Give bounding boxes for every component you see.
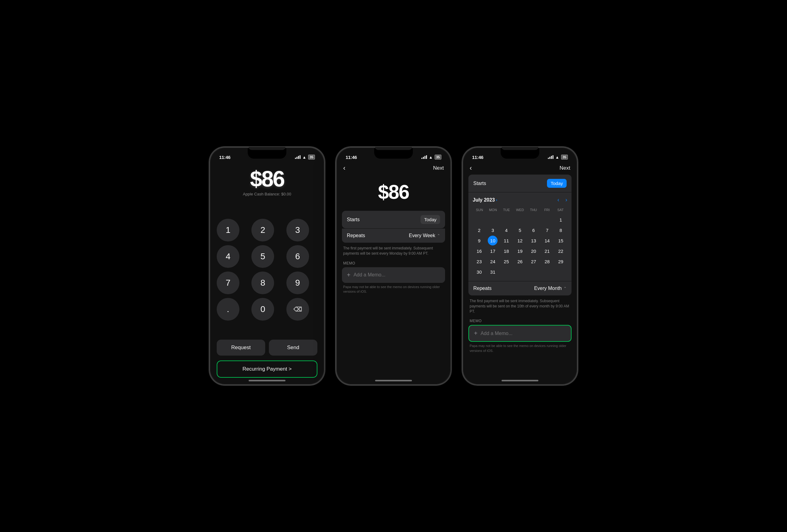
key-0[interactable]: 0 bbox=[251, 298, 274, 320]
calendar-day[interactable]: 7 bbox=[543, 225, 552, 235]
starts-row-2: Starts Today bbox=[342, 211, 445, 228]
key-5[interactable]: 5 bbox=[251, 245, 274, 268]
recurring-screen-3: ‹ Next Starts Today Jul bbox=[464, 162, 576, 384]
calendar-day[interactable]: 28 bbox=[543, 257, 552, 266]
key-9[interactable]: 9 bbox=[286, 271, 309, 294]
status-time-2: 11:46 bbox=[346, 155, 357, 160]
calendar-day[interactable]: 11 bbox=[502, 236, 511, 245]
memo-label-3: MEMO bbox=[468, 319, 572, 325]
key-delete[interactable]: ⌫ bbox=[286, 298, 309, 320]
next-button-3[interactable]: Next bbox=[559, 165, 570, 171]
battery-1: 35 bbox=[308, 155, 315, 159]
calendar-prev-button[interactable]: ‹ bbox=[557, 197, 559, 203]
key-1[interactable]: 1 bbox=[217, 219, 239, 241]
starts-today-badge-2[interactable]: Today bbox=[421, 215, 440, 224]
calendar-section: July 2023 › ‹ › SUN MON bbox=[468, 192, 572, 281]
recurring-payment-button[interactable]: Recurring Payment > bbox=[217, 360, 317, 378]
calendar-next-button[interactable]: › bbox=[566, 197, 567, 203]
calendar-day[interactable]: 14 bbox=[543, 236, 552, 245]
cal-header-sun: SUN bbox=[473, 207, 486, 213]
key-3[interactable]: 3 bbox=[286, 219, 309, 241]
calendar-day[interactable]: 31 bbox=[488, 267, 497, 277]
repeats-row-3: Repeats Every Month ⌃ bbox=[468, 281, 572, 295]
key-dot[interactable]: . bbox=[217, 298, 239, 320]
wifi-icon-2: ▲ bbox=[429, 155, 433, 159]
calendar-day[interactable]: 25 bbox=[502, 257, 511, 266]
calendar-day[interactable]: 27 bbox=[529, 257, 538, 266]
memo-note-3: Papa may not be able to see the memo on … bbox=[468, 342, 572, 355]
back-button-3[interactable]: ‹ bbox=[470, 164, 479, 172]
calendar-day[interactable]: 2 bbox=[474, 225, 484, 235]
calendar-day[interactable]: 16 bbox=[474, 246, 484, 256]
calendar-day[interactable]: 15 bbox=[556, 236, 566, 245]
phone-1: 11:46 ▲ 35 $86 bbox=[209, 146, 325, 386]
calendar-day[interactable]: 1 bbox=[556, 215, 566, 225]
nav-bar-2: ‹ Next bbox=[337, 162, 450, 175]
send-button[interactable]: Send bbox=[269, 340, 317, 356]
memo-plus-icon-3: + bbox=[474, 330, 477, 337]
calendar-day[interactable]: 26 bbox=[515, 257, 525, 266]
nav-bar-3: ‹ Next bbox=[464, 162, 576, 175]
info-text-2: The first payment will be sent immediate… bbox=[342, 243, 445, 261]
status-icons-1: ▲ 35 bbox=[295, 155, 315, 159]
key-2[interactable]: 2 bbox=[251, 219, 274, 241]
calendar-day[interactable]: 10 bbox=[488, 236, 497, 245]
amount-section-2: $86 bbox=[337, 175, 450, 211]
key-4[interactable]: 4 bbox=[217, 245, 239, 268]
calendar-day[interactable]: 24 bbox=[488, 257, 497, 266]
amount-display-1: $86 Apple Cash Balance: $0.00 bbox=[217, 162, 317, 199]
status-time-1: 11:46 bbox=[219, 155, 231, 160]
battery-2: 35 bbox=[434, 155, 441, 159]
calendar-day[interactable]: 6 bbox=[529, 225, 538, 235]
cal-header-wed: WED bbox=[513, 207, 527, 213]
calendar-day bbox=[488, 215, 497, 225]
battery-3: 35 bbox=[561, 155, 568, 159]
calendar-day[interactable]: 29 bbox=[556, 257, 566, 266]
calendar-day[interactable]: 9 bbox=[474, 236, 484, 245]
calendar-day[interactable]: 23 bbox=[474, 257, 484, 266]
memo-placeholder-2: Add a Memo... bbox=[354, 272, 385, 278]
key-8[interactable]: 8 bbox=[251, 271, 274, 294]
keypad-grid: 1 2 3 4 5 6 7 8 9 . 0 ⌫ bbox=[217, 199, 317, 340]
cal-header-tue: TUE bbox=[500, 207, 513, 213]
wifi-icon-1: ▲ bbox=[302, 155, 306, 159]
memo-input-3[interactable]: + Add a Memo... bbox=[468, 325, 572, 342]
starts-row-3: Starts Today bbox=[468, 175, 572, 192]
cal-header-thu: THU bbox=[527, 207, 540, 213]
calendar-day[interactable]: 21 bbox=[543, 246, 552, 256]
starts-label-2: Starts bbox=[347, 217, 360, 222]
calendar-day bbox=[502, 215, 511, 225]
status-icons-3: ▲ 35 bbox=[548, 155, 568, 159]
calendar-day bbox=[543, 215, 552, 225]
starts-label-3: Starts bbox=[473, 181, 486, 186]
calendar-day[interactable]: 19 bbox=[515, 246, 525, 256]
key-7[interactable]: 7 bbox=[217, 271, 239, 294]
key-6[interactable]: 6 bbox=[286, 245, 309, 268]
calendar-day[interactable]: 18 bbox=[502, 246, 511, 256]
amount-1: $86 bbox=[217, 168, 317, 190]
starts-today-badge-3[interactable]: Today bbox=[547, 179, 567, 188]
back-button-2[interactable]: ‹ bbox=[343, 164, 353, 172]
cal-header-fri: FRI bbox=[540, 207, 554, 213]
calendar-day[interactable]: 30 bbox=[474, 267, 484, 277]
memo-input-2[interactable]: + Add a Memo... bbox=[342, 267, 445, 283]
calendar-day[interactable]: 12 bbox=[515, 236, 525, 245]
repeats-value-3[interactable]: Every Month ⌃ bbox=[534, 286, 567, 291]
request-button[interactable]: Request bbox=[217, 340, 265, 356]
next-button-2[interactable]: Next bbox=[433, 165, 444, 171]
repeats-label-2: Repeats bbox=[347, 233, 365, 238]
calendar-day[interactable]: 3 bbox=[488, 225, 497, 235]
calendar-day[interactable]: 17 bbox=[488, 246, 497, 256]
calendar-day[interactable]: 4 bbox=[502, 225, 511, 235]
status-time-3: 11:46 bbox=[472, 155, 484, 160]
calendar-day[interactable]: 20 bbox=[529, 246, 538, 256]
calendar-day[interactable]: 5 bbox=[515, 225, 525, 235]
calendar-day[interactable]: 8 bbox=[556, 225, 566, 235]
calendar-day[interactable]: 13 bbox=[529, 236, 538, 245]
recurring-screen-2: ‹ Next $86 Starts Today Repeats bbox=[337, 162, 450, 384]
phones-container: 11:46 ▲ 35 $86 bbox=[196, 134, 591, 398]
memo-placeholder-3: Add a Memo... bbox=[481, 331, 513, 336]
cal-header-mon: MON bbox=[486, 207, 500, 213]
calendar-day[interactable]: 22 bbox=[556, 246, 566, 256]
repeats-value-2[interactable]: Every Week ⌃ bbox=[409, 233, 440, 238]
